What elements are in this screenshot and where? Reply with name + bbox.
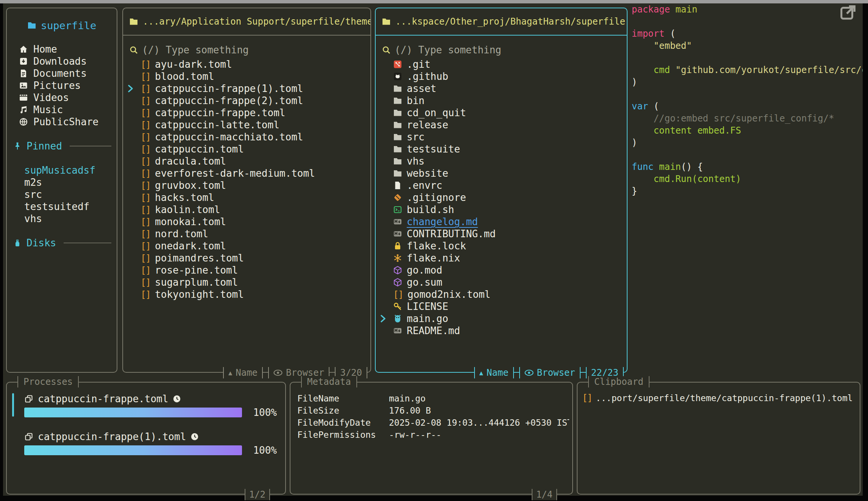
file-name: CONTRIBUTING.md (407, 228, 496, 240)
folder-icon (27, 21, 36, 30)
file-row-asset[interactable]: asset (376, 82, 627, 95)
file-row-build.sh[interactable]: build.sh (376, 204, 627, 216)
code-line: ) (632, 137, 863, 149)
pinned-item-vhs[interactable]: vhs (7, 213, 117, 225)
toml-icon: [] (141, 95, 150, 106)
sidebar-item-documents[interactable]: Documents (7, 67, 117, 79)
file-name: README.md (407, 325, 460, 336)
metadata-rows: FileNamemain.goFileSize176.00 BFileModif… (290, 392, 572, 441)
clock-icon (190, 433, 199, 441)
file-row-testsuite[interactable]: testsuite (376, 143, 627, 155)
toml-icon: [] (141, 204, 150, 215)
folder-icon (393, 157, 402, 166)
pinned-item-src[interactable]: src (7, 188, 117, 201)
file-panel-superfile: ...kspace/Other_proj/BhagatHarsh/superfi… (375, 8, 628, 373)
file-row-bin[interactable]: bin (376, 95, 627, 107)
file-row-blood.toml[interactable]: []blood.toml (123, 70, 370, 82)
file-row-gomod2nix.toml[interactable]: []gomod2nix.toml (376, 288, 627, 300)
divider (64, 243, 111, 243)
code-line: //go:embed src/superfile_config/* (632, 112, 863, 124)
file-row-poimandres.toml[interactable]: []poimandres.toml (123, 252, 370, 264)
file-row-changelog.md[interactable]: changelog.md (376, 216, 627, 228)
app-title: superfile (7, 19, 117, 32)
file-row-sugarplum.toml[interactable]: []sugarplum.toml (123, 276, 370, 288)
panel2-search-input[interactable]: (/) Type something (376, 36, 627, 56)
panel1-file-list: []ayu-dark.toml[]blood.toml[]catppuccin-… (123, 56, 370, 300)
file-row-catppuccin.toml[interactable]: []catppuccin.toml (123, 143, 370, 155)
sort-asc-icon: ▲ (228, 369, 232, 377)
panel1-search-input[interactable]: (/) Type something (123, 36, 370, 56)
md-icon (393, 326, 402, 335)
file-row-catppuccin-frappe(2).toml[interactable]: []catppuccin-frappe(2).toml (123, 95, 370, 107)
file-row-flake.lock[interactable]: flake.lock (376, 240, 627, 252)
file-name: src (407, 131, 425, 143)
process-progress: 100% (24, 445, 277, 456)
file-name: flake.nix (407, 252, 460, 264)
file-row-cd_on_quit[interactable]: cd_on_quit (376, 107, 627, 119)
file-row-.github[interactable]: .github (376, 70, 627, 82)
file-row-monokai.toml[interactable]: []monokai.toml (123, 216, 370, 228)
file-row-dracula.toml[interactable]: []dracula.toml (123, 155, 370, 167)
sidebar-item-publicshare[interactable]: PublicShare (7, 116, 117, 128)
file-row-website[interactable]: website (376, 167, 627, 179)
file-row-flake.nix[interactable]: flake.nix (376, 252, 627, 264)
file-row-tokyonight.toml[interactable]: []tokyonight.toml (123, 288, 370, 300)
sidebar-item-videos[interactable]: Videos (7, 92, 117, 104)
folder-icon (393, 169, 402, 178)
pinned-item-m2s[interactable]: m2s (7, 176, 117, 188)
file-row-.gitignore[interactable]: .gitignore (376, 191, 627, 204)
file-row-hacks.toml[interactable]: []hacks.toml (123, 191, 370, 204)
file-row-ayu-dark.toml[interactable]: []ayu-dark.toml (123, 58, 370, 70)
metadata-label: FileModifyDate (297, 418, 389, 428)
toml-icon: [] (141, 156, 150, 167)
folder-icon (393, 84, 402, 93)
globe-icon (19, 117, 28, 126)
file-name: dracula.toml (155, 156, 226, 167)
code-line (632, 88, 863, 100)
file-row-main.go[interactable]: main.go (376, 313, 627, 325)
pinned-item-supmusicadsf[interactable]: supMusicadsf (7, 164, 117, 176)
file-row-everforest-dark-medium.toml[interactable]: []everforest-dark-medium.toml (123, 167, 370, 179)
file-row-catppuccin-frappe.toml[interactable]: []catppuccin-frappe.toml (123, 107, 370, 119)
panel1-path-bar: ...ary/Application Support/superfile/the… (123, 8, 370, 36)
file-row-CONTRIBUTING.md[interactable]: CONTRIBUTING.md (376, 228, 627, 240)
file-row-LICENSE[interactable]: LICENSE (376, 300, 627, 313)
file-row-.envrc[interactable]: .envrc (376, 179, 627, 191)
file-row-.git[interactable]: .git (376, 58, 627, 70)
panel2-sort-label: Name (487, 367, 509, 378)
file-row-catppuccin-frappe(1).toml[interactable]: []catppuccin-frappe(1).toml (123, 82, 370, 95)
external-link-icon[interactable] (839, 4, 857, 21)
sidebar-item-label: Music (33, 104, 63, 115)
file-row-kaolin.toml[interactable]: []kaolin.toml (123, 204, 370, 216)
pinned-list: supMusicadsfm2ssrctestsuitedfvhs (7, 164, 117, 225)
sidebar-item-music[interactable]: Music (7, 104, 117, 116)
progress-bar (24, 408, 242, 417)
file-row-rose-pine.toml[interactable]: []rose-pine.toml (123, 264, 370, 276)
file-row-README.md[interactable]: README.md (376, 325, 627, 337)
process-item[interactable]: catppuccin-frappe(1).toml100% (18, 430, 277, 456)
code-line: func main() { (632, 161, 863, 173)
progress-bar (24, 445, 242, 455)
file-row-catppuccin-macchiato.toml[interactable]: []catppuccin-macchiato.toml (123, 131, 370, 143)
process-name: catppuccin-frappe.toml (38, 393, 168, 405)
file-row-catppuccin-latte.toml[interactable]: []catppuccin-latte.toml (123, 119, 370, 131)
metadata-row: FilePermissions-rw-r--r-- (290, 429, 572, 441)
file-row-src[interactable]: src (376, 131, 627, 143)
sidebar-item-pictures[interactable]: Pictures (7, 79, 117, 92)
file-row-onedark.toml[interactable]: []onedark.toml (123, 240, 370, 252)
file-row-nord.toml[interactable]: []nord.toml (123, 228, 370, 240)
sidebar-item-downloads[interactable]: Downloads (7, 55, 117, 67)
file-row-go.mod[interactable]: go.mod (376, 264, 627, 276)
panel2-file-list: .git.githubassetbincd_on_quitreleasesrct… (376, 56, 627, 337)
file-row-vhs[interactable]: vhs (376, 155, 627, 167)
file-row-gruvbox.toml[interactable]: []gruvbox.toml (123, 179, 370, 191)
file-name: everforest-dark-medium.toml (155, 168, 315, 179)
file-row-go.sum[interactable]: go.sum (376, 276, 627, 288)
pinned-item-testsuitedf[interactable]: testsuitedf (7, 201, 117, 213)
video-icon (19, 93, 28, 102)
process-item[interactable]: catppuccin-frappe.toml100% (18, 392, 277, 418)
folder-icon (393, 145, 402, 154)
sidebar-item-home[interactable]: Home (7, 43, 117, 55)
toml-icon: [] (393, 289, 403, 300)
file-row-release[interactable]: release (376, 119, 627, 131)
